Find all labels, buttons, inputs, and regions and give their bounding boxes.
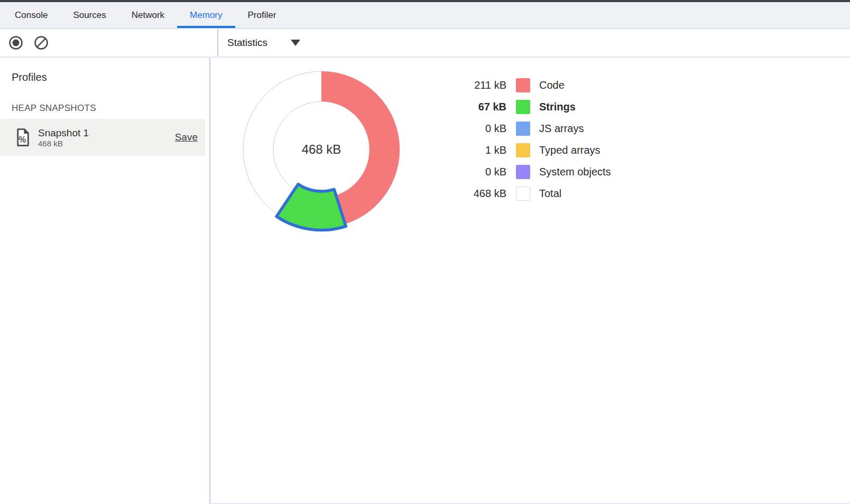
donut-center-label: 468 kB [302,142,341,156]
js-arrays-swatch-icon [516,122,530,136]
caret-down-icon [291,40,300,46]
legend-label: Code [539,79,565,91]
legend-value: 0 kB [463,123,506,135]
heap-snapshot-document-icon: % [16,128,30,146]
system-objects-swatch-icon [516,165,530,179]
tab-profiler[interactable]: Profiler [235,2,289,28]
profiles-heading: Profiles [0,58,209,83]
legend-row-total[interactable]: 468 kB Total [463,183,611,204]
legend-row-typed-arrays[interactable]: 1 kB Typed arrays [463,139,611,161]
legend-label: Typed arrays [539,144,600,156]
chart-legend: 211 kB Code 67 kB Strings 0 kB JS arrays… [463,74,611,204]
toolbar-right-section: Statistics [218,29,850,57]
record-icon [8,35,24,51]
typed-arrays-swatch-icon [516,143,530,157]
legend-row-system-objects[interactable]: 0 kB System objects [463,161,611,183]
tab-sources[interactable]: Sources [60,2,118,28]
code-swatch-icon [516,78,530,92]
svg-text:%: % [19,135,26,144]
tab-network[interactable]: Network [119,2,177,28]
view-mode-select[interactable]: Statistics [222,35,306,51]
legend-value: 67 kB [463,101,506,113]
legend-value: 1 kB [463,144,506,156]
strings-swatch-icon [516,100,530,114]
tab-console[interactable]: Console [2,2,60,28]
legend-value: 468 kB [463,188,506,200]
heap-snapshots-section-heading: HEAP SNAPSHOTS [0,83,209,114]
record-button[interactable] [8,35,24,51]
legend-label: Strings [539,101,576,113]
profiles-sidebar: Profiles HEAP SNAPSHOTS % Snapshot 1 468… [0,58,209,504]
heap-statistics-donut-chart: 468 kB [234,62,409,237]
pie-slice-strings-highlighted[interactable] [276,184,346,230]
legend-row-code[interactable]: 211 kB Code [463,74,611,96]
memory-toolbar: Statistics [0,29,850,58]
snapshot-list-item[interactable]: % Snapshot 1 468 kB Save [0,119,205,156]
tab-memory[interactable]: Memory [177,2,235,28]
legend-value: 0 kB [463,166,506,178]
legend-value: 211 kB [463,79,506,91]
block-icon [33,35,49,51]
snapshot-title: Snapshot 1 [38,127,89,139]
panel-content: Profiles HEAP SNAPSHOTS % Snapshot 1 468… [0,58,850,504]
snapshot-text-block: Snapshot 1 468 kB [38,127,89,148]
legend-row-strings[interactable]: 67 kB Strings [463,96,611,118]
legend-row-js-arrays[interactable]: 0 kB JS arrays [463,118,611,139]
view-mode-label: Statistics [227,37,267,49]
save-snapshot-link[interactable]: Save [175,132,198,143]
toolbar-left-section [0,29,218,57]
clear-profiles-button[interactable] [33,35,49,51]
total-swatch-icon [516,186,530,201]
legend-label: System objects [539,166,611,178]
snapshot-size: 468 kB [38,139,89,148]
legend-label: Total [539,188,561,200]
statistics-view: 468 kB 211 kB Code 67 kB Strings 0 kB JS… [209,58,850,504]
legend-label: JS arrays [539,123,584,135]
devtools-tabbar: Console Sources Network Memory Profiler [0,2,850,29]
